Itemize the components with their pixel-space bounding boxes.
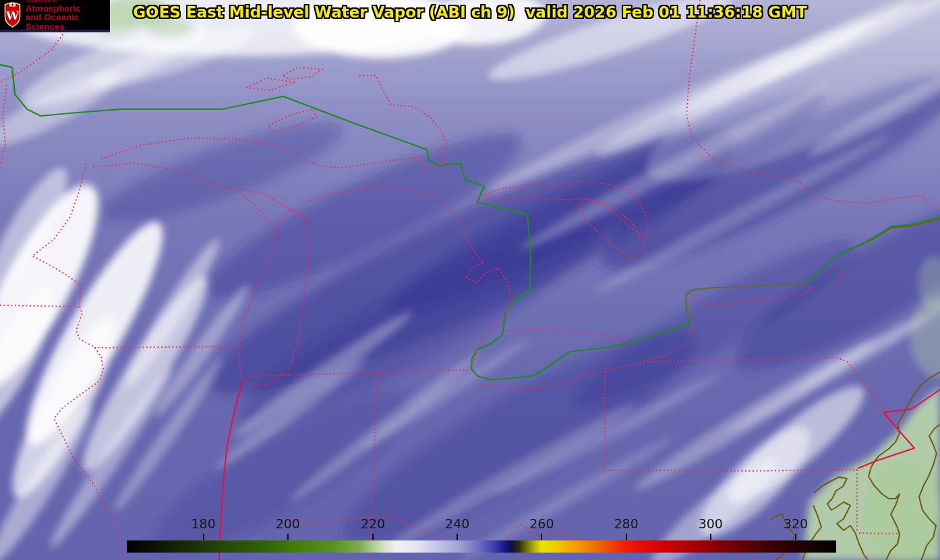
satellite-image-viewport: W Department of Atmospheric and Oceanic …: [0, 0, 940, 560]
logo-dept-line: Department of: [26, 0, 110, 3]
logo-name-line1: Atmospheric: [26, 4, 110, 13]
colorbar-tick-mark: [203, 534, 204, 540]
water-vapor-map: [0, 0, 940, 560]
colorbar-tick-mark: [287, 534, 289, 540]
colorbar-tick-mark: [710, 534, 711, 540]
colorbar-tick-label: 260: [529, 516, 554, 531]
colorbar-tick-label: 280: [614, 516, 638, 531]
colorbar-tick-mark: [626, 534, 627, 540]
image-title: GOES East Mid-level Water Vapor (ABI ch …: [0, 3, 940, 21]
uw-crest-icon: W: [3, 1, 22, 28]
temperature-colorbar: 180 200 220 240 260 280 300 320: [127, 516, 836, 554]
colorbar-tick-mark: [457, 534, 458, 540]
logo-name-line2: and Oceanic Sciences: [26, 13, 110, 31]
colorbar-tick-mark: [795, 534, 796, 540]
colorbar-tick-mark: [372, 534, 374, 540]
colorbar-tick-label: 240: [445, 516, 469, 531]
colorbar-tick-label: 320: [784, 516, 808, 531]
aos-logo-text: Department of Atmospheric and Oceanic Sc…: [26, 0, 110, 32]
crest-letter: W: [5, 9, 20, 22]
colorbar-tick-label: 220: [361, 516, 385, 531]
colorbar-tick-label: 180: [191, 516, 215, 531]
aos-logo-block: W Department of Atmospheric and Oceanic …: [0, 0, 110, 32]
colorbar-tick-label: 300: [699, 516, 723, 531]
colorbar-gradient-strip: [127, 540, 836, 553]
colorbar-tick-mark: [541, 534, 542, 540]
colorbar-tick-label: 200: [276, 516, 300, 531]
